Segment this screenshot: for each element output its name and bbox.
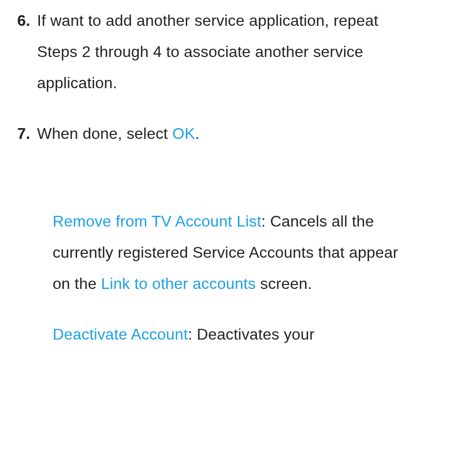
definition-deactivate: Deactivate Account: Deactivates your xyxy=(53,319,418,350)
lead-term: Remove from TV Account List xyxy=(53,212,261,230)
step-number: 7. xyxy=(0,125,30,143)
step-text: When done, select OK. xyxy=(37,118,199,149)
lead-term: Deactivate Account xyxy=(53,325,188,343)
step-prefix: When done, select xyxy=(37,125,173,142)
definitions: Remove from TV Account List: Cancels all… xyxy=(53,206,418,350)
step-text: If want to add another service applicati… xyxy=(37,5,382,98)
step-number: 6. xyxy=(0,12,30,30)
link-accounts-highlight: Link to other accounts xyxy=(101,275,255,292)
step-6: 6. If want to add another service applic… xyxy=(0,5,465,98)
definition-remove: Remove from TV Account List: Cancels all… xyxy=(53,206,418,299)
document-page: 6. If want to add another service applic… xyxy=(0,0,465,350)
definition-text: : Deactivates your xyxy=(188,325,315,343)
ok-highlight: OK xyxy=(173,125,195,142)
step-7: 7. When done, select OK. xyxy=(0,118,465,149)
definition-tail: screen. xyxy=(256,275,312,292)
step-suffix: . xyxy=(195,125,199,142)
